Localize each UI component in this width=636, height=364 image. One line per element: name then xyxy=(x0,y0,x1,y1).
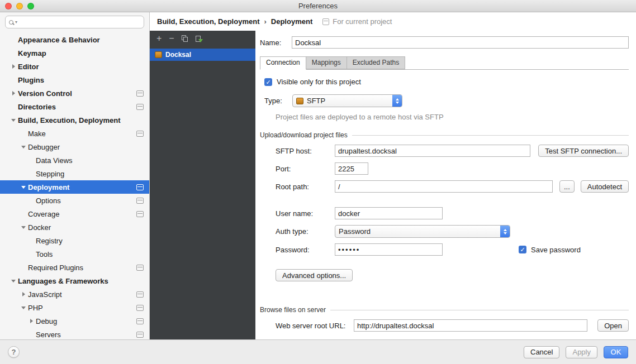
chevron-down-icon: ▾ xyxy=(15,20,17,25)
browse-section-title: Browse files on server xyxy=(260,306,326,314)
auth-type-select[interactable]: Password xyxy=(335,225,510,238)
sftp-server-icon xyxy=(155,51,162,58)
stepper-icon[interactable] xyxy=(392,94,402,107)
section-divider xyxy=(330,310,629,310)
ok-button[interactable]: OK xyxy=(604,346,628,358)
chevron-down-icon[interactable] xyxy=(9,119,18,122)
add-server-icon[interactable]: + xyxy=(156,34,162,43)
chevron-right-icon[interactable] xyxy=(9,91,18,95)
stepper-icon[interactable] xyxy=(500,225,510,238)
titlebar: Preferences xyxy=(0,0,636,12)
search-input[interactable] xyxy=(19,18,140,26)
project-scope-icon xyxy=(136,265,144,271)
sidebar-item-servers[interactable]: Servers xyxy=(0,328,149,339)
sidebar-item-debug[interactable]: Debug xyxy=(0,314,149,328)
sftp-type-icon xyxy=(296,98,303,104)
sidebar-item-build-execution-deployment[interactable]: Build, Execution, Deployment xyxy=(0,113,149,127)
project-scope-icon xyxy=(136,198,144,204)
auth-type-value: Password xyxy=(339,227,371,236)
port-input[interactable] xyxy=(335,162,368,175)
settings-sidebar: ▾ Appearance & Behavior Keymap Editor Pl… xyxy=(0,12,150,339)
tab-excluded-paths[interactable]: Excluded Paths xyxy=(347,56,405,69)
chevron-down-icon[interactable] xyxy=(19,186,28,189)
for-current-project-label: For current project xyxy=(333,17,392,26)
chevron-down-icon[interactable] xyxy=(19,146,28,149)
sidebar-item-coverage[interactable]: Coverage xyxy=(0,207,149,221)
chevron-right-icon[interactable] xyxy=(9,64,18,69)
section-divider xyxy=(352,135,629,136)
tab-connection[interactable]: Connection xyxy=(260,56,306,70)
sidebar-item-make[interactable]: Make xyxy=(0,127,149,140)
remove-server-icon[interactable]: − xyxy=(169,34,174,43)
deployment-settings-panel: Name: Connection Mappings Excluded Paths… xyxy=(255,31,636,339)
dialog-footer: ? Cancel Apply OK xyxy=(0,339,636,364)
advanced-options-button[interactable]: Advanced options... xyxy=(276,269,353,281)
chevron-down-icon[interactable] xyxy=(19,226,28,229)
test-sftp-connection-button[interactable]: Test SFTP connection... xyxy=(538,145,629,157)
sidebar-item-deployment[interactable]: Deployment xyxy=(0,180,149,194)
sidebar-item-docker[interactable]: Docker xyxy=(0,221,149,234)
visible-only-checkbox[interactable]: ✓ xyxy=(264,78,272,86)
sidebar-item-plugins[interactable]: Plugins xyxy=(0,73,149,87)
browse-root-path-button[interactable]: ... xyxy=(559,180,575,193)
sidebar-item-required-plugins[interactable]: Required Plugins xyxy=(0,261,149,274)
breadcrumb-build-execution-deployment[interactable]: Build, Execution, Deployment xyxy=(157,17,259,26)
root-path-label: Root path: xyxy=(276,183,335,191)
type-label: Type: xyxy=(264,97,292,105)
connection-tabs: Connection Mappings Excluded Paths xyxy=(260,56,629,70)
chevron-right-icon[interactable] xyxy=(27,319,36,323)
name-input[interactable] xyxy=(292,36,629,49)
root-path-input[interactable] xyxy=(335,180,553,193)
type-value: SFTP xyxy=(307,97,325,105)
sidebar-item-directories[interactable]: Directories xyxy=(0,100,149,113)
search-box: ▾ xyxy=(5,16,144,28)
project-scope-icon xyxy=(136,332,144,338)
close-window-button[interactable] xyxy=(5,3,12,9)
open-button[interactable]: Open xyxy=(597,319,629,332)
sidebar-item-tools[interactable]: Tools xyxy=(0,247,149,261)
upload-section-title: Upload/download project files xyxy=(260,131,348,139)
apply-button[interactable]: Apply xyxy=(566,346,597,358)
cancel-button[interactable]: Cancel xyxy=(524,346,559,358)
paste-server-icon[interactable] xyxy=(196,35,202,42)
window-controls xyxy=(5,3,34,9)
password-input[interactable] xyxy=(335,243,443,256)
type-hint: Project files are deployed to a remote h… xyxy=(276,113,629,121)
settings-tree: Appearance & Behavior Keymap Editor Plug… xyxy=(0,31,149,339)
server-list-item-docksal[interactable]: Docksal xyxy=(150,49,255,61)
user-name-input[interactable] xyxy=(335,207,443,219)
sidebar-item-appearance-behavior[interactable]: Appearance & Behavior xyxy=(0,33,149,46)
sidebar-item-keymap[interactable]: Keymap xyxy=(0,46,149,60)
project-scope-icon xyxy=(136,90,144,97)
sidebar-item-php[interactable]: PHP xyxy=(0,301,149,314)
sidebar-item-editor[interactable]: Editor xyxy=(0,60,149,73)
sftp-host-input[interactable] xyxy=(335,145,530,157)
sidebar-item-debugger[interactable]: Debugger xyxy=(0,140,149,154)
window-title: Preferences xyxy=(0,2,636,10)
minimize-window-button[interactable] xyxy=(16,3,23,9)
chevron-right-icon[interactable] xyxy=(19,292,28,296)
chevron-down-icon[interactable] xyxy=(9,280,18,282)
autodetect-button[interactable]: Autodetect xyxy=(581,180,629,193)
port-label: Port: xyxy=(276,165,335,173)
auth-type-label: Auth type: xyxy=(276,227,335,236)
sidebar-item-options[interactable]: Options xyxy=(0,194,149,207)
server-list-panel: + − Docksal xyxy=(150,31,255,339)
chevron-down-icon[interactable] xyxy=(19,306,28,309)
web-root-input[interactable] xyxy=(354,319,587,332)
help-button[interactable]: ? xyxy=(8,346,20,358)
type-select[interactable]: SFTP xyxy=(292,94,402,107)
sidebar-item-data-views[interactable]: Data Views xyxy=(0,154,149,167)
sidebar-item-languages-frameworks[interactable]: Languages & Frameworks xyxy=(0,274,149,288)
copy-server-icon[interactable] xyxy=(182,35,188,42)
sidebar-item-version-control[interactable]: Version Control xyxy=(0,87,149,100)
password-label: Password: xyxy=(276,246,335,254)
tab-mappings[interactable]: Mappings xyxy=(306,56,347,69)
sidebar-item-registry[interactable]: Registry xyxy=(0,234,149,247)
project-scope-icon xyxy=(136,318,144,324)
sidebar-item-javascript[interactable]: JavaScript xyxy=(0,288,149,301)
sidebar-item-stepping[interactable]: Stepping xyxy=(0,167,149,180)
breadcrumb: Build, Execution, Deployment › Deploymen… xyxy=(150,12,636,31)
save-password-checkbox[interactable]: ✓ xyxy=(519,246,526,253)
zoom-window-button[interactable] xyxy=(27,3,34,9)
